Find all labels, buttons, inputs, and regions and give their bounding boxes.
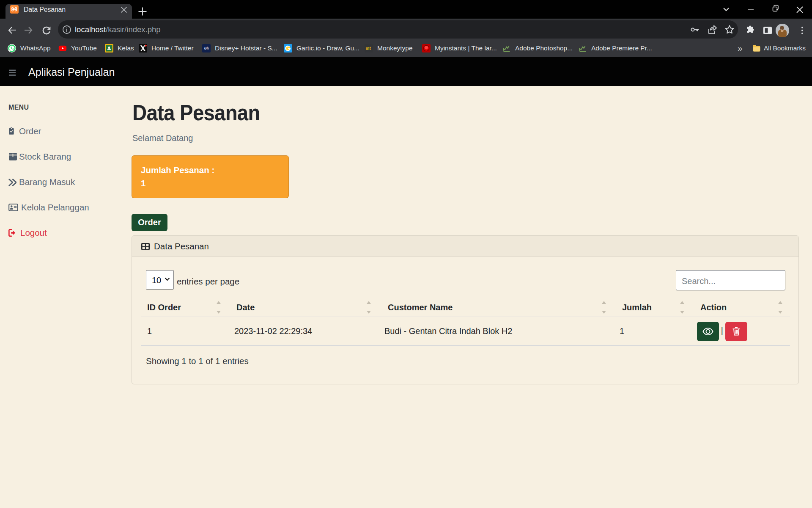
svg-text:Ðh: Ðh xyxy=(204,46,209,50)
svg-text:mt: mt xyxy=(366,46,371,51)
